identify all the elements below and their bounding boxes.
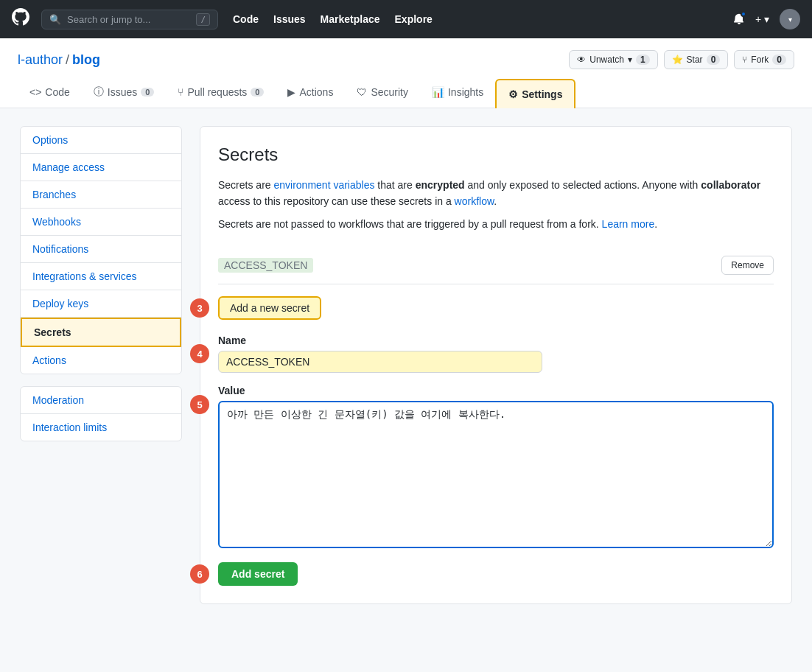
tab-security[interactable]: 🛡 Security: [345, 78, 420, 108]
learn-more-link[interactable]: Learn more: [602, 218, 655, 230]
search-bar[interactable]: 🔍 Search or jump to... /: [41, 10, 218, 29]
sidebar-item-webhooks[interactable]: Webhooks: [21, 209, 181, 236]
star-button[interactable]: ⭐ Star 0: [664, 50, 729, 69]
watch-dropdown: ▾: [628, 55, 632, 65]
desc1-bold1: encrypted: [416, 179, 465, 191]
settings-gear-icon: ⚙: [508, 88, 518, 100]
name-input[interactable]: [218, 351, 542, 373]
sidebar-item-deploy-keys[interactable]: Deploy keys: [21, 290, 181, 318]
submit-wrapper: 6 Add secret: [218, 562, 774, 586]
github-logo[interactable]: [12, 8, 29, 30]
name-form-group: 4 Name: [218, 335, 774, 373]
value-textarea[interactable]: 아까 만든 이상한 긴 문자열(키) 값을 여기에 복사한다.: [218, 401, 774, 548]
desc1-workflow-link2[interactable]: workflow: [455, 195, 494, 207]
content-card: Secrets Secrets are environment variable…: [200, 126, 792, 604]
value-label: Value: [218, 385, 774, 396]
sidebar-item-options[interactable]: Options: [21, 127, 181, 154]
fork-count: 0: [772, 55, 786, 65]
issues-icon: ⓘ: [94, 85, 104, 99]
tab-actions[interactable]: ▶ Actions: [276, 78, 345, 108]
desc2-part1: Secrets are not passed to workflows that…: [218, 218, 602, 230]
marketplace-link[interactable]: Marketplace: [321, 13, 380, 25]
sidebar: Options Manage access Branches Webhooks …: [20, 126, 182, 652]
top-nav-right: + ▾ ▾: [733, 9, 800, 29]
top-nav: 🔍 Search or jump to... / Code Issues Mar…: [0, 0, 812, 38]
watch-count: 1: [636, 55, 650, 65]
repo-tabs: <> Code ⓘ Issues 0 ⑂ Pull requests 0 ▶ A…: [18, 78, 794, 108]
repo-breadcrumb: l-author / blog 👁 Unwatch ▾ 1 ⭐ Star 0 ⑂…: [18, 50, 794, 69]
tab-pull-requests[interactable]: ⑂ Pull requests 0: [166, 78, 276, 108]
sidebar-item-notifications[interactable]: Notifications: [21, 236, 181, 263]
avatar[interactable]: ▾: [780, 9, 800, 29]
sidebar-item-interaction-limits[interactable]: Interaction limits: [21, 414, 181, 441]
fork-label: Fork: [751, 55, 769, 65]
tab-issues[interactable]: ⓘ Issues 0: [82, 78, 167, 108]
pull-requests-link[interactable]: Code: [233, 13, 259, 25]
desc1-part3: access to this repository can use these …: [218, 195, 455, 207]
security-icon: 🛡: [357, 86, 367, 98]
notification-dot: [741, 11, 746, 17]
sidebar-item-manage-access[interactable]: Manage access: [21, 154, 181, 181]
plus-icon[interactable]: + ▾: [755, 13, 769, 25]
main-container: Options Manage access Branches Webhooks …: [8, 108, 804, 670]
badge-5: 5: [190, 395, 209, 414]
insights-icon: 📊: [432, 86, 444, 98]
notifications-bell[interactable]: [733, 13, 745, 27]
add-secret-wrapper: 3 Add a new secret: [218, 296, 774, 320]
desc2-end: .: [654, 218, 657, 230]
star-icon: ⭐: [672, 55, 683, 65]
watch-label: Unwatch: [589, 55, 624, 65]
code-icon: <>: [29, 86, 41, 98]
secret-item: ACCESS_TOKEN Remove: [218, 247, 774, 284]
add-new-secret-button[interactable]: Add a new secret: [218, 296, 321, 320]
watch-button[interactable]: 👁 Unwatch ▾ 1: [569, 50, 657, 69]
top-nav-links: Code Issues Marketplace Explore: [233, 13, 433, 25]
repo-actions: 👁 Unwatch ▾ 1 ⭐ Star 0 ⑂ Fork 0: [569, 50, 794, 69]
star-count: 0: [707, 55, 721, 65]
tab-insights[interactable]: 📊 Insights: [420, 78, 495, 108]
fork-button[interactable]: ⑂ Fork 0: [734, 50, 794, 69]
desc1-bold2: collaborator: [701, 179, 760, 191]
sidebar-item-actions[interactable]: Actions: [21, 347, 181, 374]
desc1-part2: and only exposed to selected actions. An…: [465, 179, 701, 191]
repo-repo[interactable]: blog: [72, 52, 100, 68]
actions-icon: ▶: [287, 86, 295, 98]
sidebar-item-secrets[interactable]: Secrets: [21, 318, 181, 347]
page-title: Secrets: [218, 144, 774, 165]
badge-3: 3: [190, 298, 209, 318]
search-icon: 🔍: [49, 14, 61, 25]
eye-icon: 👁: [577, 55, 586, 65]
sidebar-item-integrations[interactable]: Integrations & services: [21, 263, 181, 290]
pr-badge: 0: [251, 88, 264, 97]
description-1: Secrets are environment variables that a…: [218, 177, 774, 210]
repo-name: l-author / blog: [18, 52, 100, 68]
sidebar-moderation-section: Moderation Interaction limits: [20, 386, 182, 441]
search-kbd: /: [196, 13, 210, 26]
sidebar-main-section: Options Manage access Branches Webhooks …: [20, 126, 182, 374]
content-area: Secrets Secrets are environment variable…: [200, 126, 792, 652]
explore-link[interactable]: Explore: [395, 13, 433, 25]
name-label: Name: [218, 335, 774, 346]
star-label: Star: [687, 55, 703, 65]
existing-secret-name: ACCESS_TOKEN: [218, 258, 313, 273]
add-secret-submit-button[interactable]: Add secret: [218, 562, 298, 586]
badge-6: 6: [190, 564, 209, 584]
fork-icon: ⑂: [742, 55, 747, 65]
repo-header: l-author / blog 👁 Unwatch ▾ 1 ⭐ Star 0 ⑂…: [0, 38, 812, 108]
value-form-group: 5 Value 아까 만든 이상한 긴 문자열(키) 값을 여기에 복사한다.: [218, 385, 774, 550]
description-2: Secrets are not passed to workflows that…: [218, 216, 774, 232]
remove-button[interactable]: Remove: [721, 256, 774, 275]
desc1-part1: Secrets are: [218, 179, 273, 191]
search-placeholder: Search or jump to...: [67, 14, 190, 25]
tab-code[interactable]: <> Code: [18, 78, 82, 108]
issues-badge: 0: [141, 88, 154, 97]
sidebar-item-branches[interactable]: Branches: [21, 181, 181, 209]
repo-slash: /: [66, 52, 69, 68]
desc1-workflow-link[interactable]: environment variables: [273, 179, 374, 191]
badge-4: 4: [190, 344, 209, 363]
tab-settings[interactable]: ⚙ Settings: [495, 79, 575, 108]
repo-owner[interactable]: l-author: [18, 52, 63, 68]
pr-icon: ⑂: [178, 86, 183, 98]
sidebar-item-moderation[interactable]: Moderation: [21, 387, 181, 414]
issues-link[interactable]: Issues: [273, 13, 306, 25]
